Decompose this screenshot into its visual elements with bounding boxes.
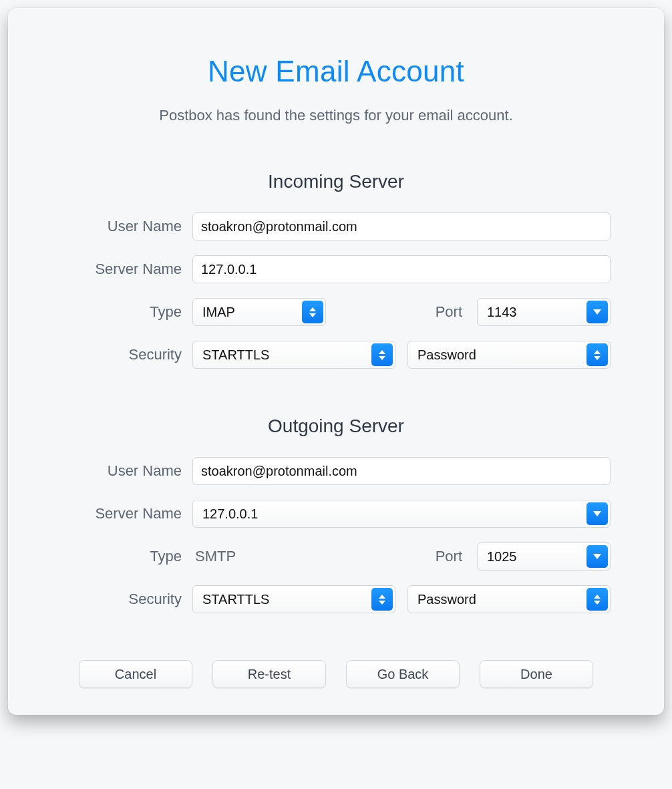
retest-button[interactable]: Re-test	[212, 660, 326, 688]
incoming-security-select[interactable]: STARTTLS	[192, 341, 395, 369]
chevron-down-icon	[586, 301, 608, 323]
dialog-subtitle: Postbox has found the settings for your …	[61, 107, 611, 124]
incoming-heading: Incoming Server	[61, 171, 611, 192]
outgoing-security-select[interactable]: STARTTLS	[192, 585, 395, 613]
incoming-servername-label: Server Name	[61, 261, 182, 278]
incoming-auth-select[interactable]: Password	[407, 341, 611, 369]
outgoing-port-combo[interactable]: 1025	[477, 542, 611, 571]
outgoing-servername-combo[interactable]: 127.0.0.1	[192, 500, 611, 528]
updown-icon	[586, 343, 608, 366]
incoming-type-label: Type	[61, 303, 182, 321]
outgoing-username-label: User Name	[61, 462, 182, 480]
outgoing-server-section: Outgoing Server User Name Server Name 12…	[61, 416, 611, 613]
done-button[interactable]: Done	[480, 660, 593, 688]
incoming-port-value: 1143	[487, 305, 517, 320]
incoming-type-value: IMAP	[202, 305, 235, 320]
goback-button[interactable]: Go Back	[346, 660, 460, 688]
incoming-server-section: Incoming Server User Name Server Name Ty…	[61, 171, 611, 369]
updown-icon	[371, 588, 393, 611]
outgoing-security-value: STARTTLS	[202, 592, 269, 607]
outgoing-security-label: Security	[61, 591, 182, 608]
incoming-port-label: Port	[436, 303, 465, 321]
outgoing-port-label: Port	[436, 548, 465, 565]
outgoing-auth-select[interactable]: Password	[407, 585, 611, 613]
updown-icon	[371, 343, 393, 366]
incoming-username-input[interactable]	[192, 212, 611, 241]
incoming-port-combo[interactable]: 1143	[477, 298, 611, 326]
outgoing-type-label: Type	[61, 548, 182, 565]
outgoing-servername-label: Server Name	[61, 505, 182, 522]
outgoing-servername-value: 127.0.0.1	[202, 506, 258, 522]
incoming-security-label: Security	[61, 346, 182, 363]
updown-icon	[302, 301, 323, 323]
incoming-auth-value: Password	[417, 347, 476, 363]
chevron-down-icon	[586, 545, 608, 568]
outgoing-port-value: 1025	[487, 549, 517, 565]
incoming-type-select[interactable]: IMAP	[192, 298, 326, 326]
account-setup-window: New Email Account Postbox has found the …	[8, 8, 664, 715]
dialog-title: New Email Account	[61, 55, 611, 88]
updown-icon	[586, 588, 608, 611]
outgoing-type-value: SMTP	[192, 548, 236, 565]
outgoing-username-input[interactable]	[192, 457, 611, 485]
incoming-security-value: STARTTLS	[202, 347, 269, 363]
outgoing-heading: Outgoing Server	[61, 416, 611, 437]
incoming-username-label: User Name	[61, 218, 182, 235]
chevron-down-icon	[586, 502, 608, 525]
cancel-button[interactable]: Cancel	[79, 660, 192, 688]
button-bar: Cancel Re-test Go Back Done	[61, 660, 611, 688]
outgoing-auth-value: Password	[417, 592, 476, 607]
incoming-servername-input[interactable]	[192, 255, 611, 283]
